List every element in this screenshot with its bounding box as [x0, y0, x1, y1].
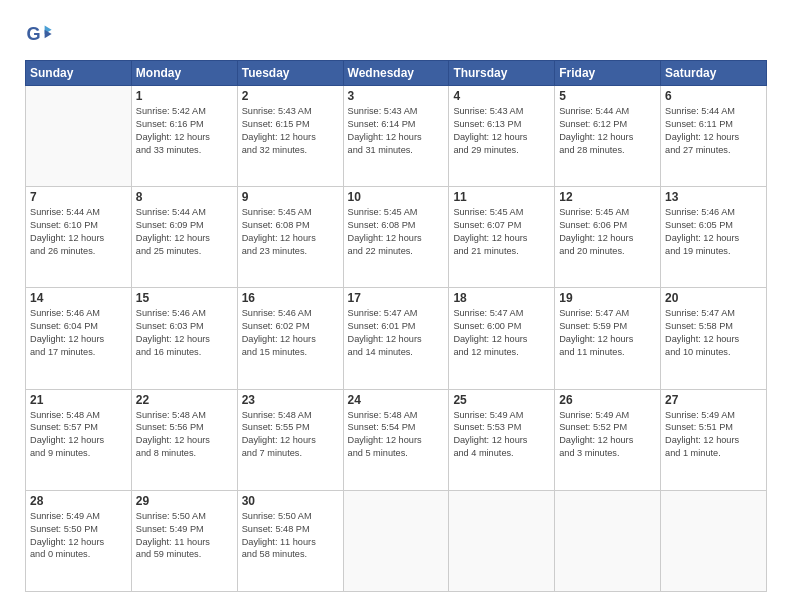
day-number: 1	[136, 89, 233, 103]
day-info: Sunrise: 5:42 AMSunset: 6:16 PMDaylight:…	[136, 105, 233, 157]
calendar-cell: 7Sunrise: 5:44 AMSunset: 6:10 PMDaylight…	[26, 187, 132, 288]
calendar-cell: 14Sunrise: 5:46 AMSunset: 6:04 PMDayligh…	[26, 288, 132, 389]
calendar-cell: 22Sunrise: 5:48 AMSunset: 5:56 PMDayligh…	[131, 389, 237, 490]
day-info: Sunrise: 5:45 AMSunset: 6:06 PMDaylight:…	[559, 206, 656, 258]
svg-text:G: G	[26, 24, 40, 44]
day-number: 27	[665, 393, 762, 407]
calendar-cell: 5Sunrise: 5:44 AMSunset: 6:12 PMDaylight…	[555, 86, 661, 187]
calendar-cell: 12Sunrise: 5:45 AMSunset: 6:06 PMDayligh…	[555, 187, 661, 288]
header-cell-thursday: Thursday	[449, 61, 555, 86]
calendar-cell: 20Sunrise: 5:47 AMSunset: 5:58 PMDayligh…	[661, 288, 767, 389]
day-info: Sunrise: 5:43 AMSunset: 6:15 PMDaylight:…	[242, 105, 339, 157]
day-info: Sunrise: 5:46 AMSunset: 6:03 PMDaylight:…	[136, 307, 233, 359]
calendar-cell	[661, 490, 767, 591]
day-number: 13	[665, 190, 762, 204]
day-info: Sunrise: 5:49 AMSunset: 5:53 PMDaylight:…	[453, 409, 550, 461]
day-info: Sunrise: 5:47 AMSunset: 6:00 PMDaylight:…	[453, 307, 550, 359]
calendar-cell: 15Sunrise: 5:46 AMSunset: 6:03 PMDayligh…	[131, 288, 237, 389]
calendar-cell: 18Sunrise: 5:47 AMSunset: 6:00 PMDayligh…	[449, 288, 555, 389]
calendar-cell: 10Sunrise: 5:45 AMSunset: 6:08 PMDayligh…	[343, 187, 449, 288]
calendar-row: 1Sunrise: 5:42 AMSunset: 6:16 PMDaylight…	[26, 86, 767, 187]
calendar-cell: 8Sunrise: 5:44 AMSunset: 6:09 PMDaylight…	[131, 187, 237, 288]
day-number: 22	[136, 393, 233, 407]
day-info: Sunrise: 5:46 AMSunset: 6:04 PMDaylight:…	[30, 307, 127, 359]
calendar-cell: 2Sunrise: 5:43 AMSunset: 6:15 PMDaylight…	[237, 86, 343, 187]
day-number: 29	[136, 494, 233, 508]
calendar-cell: 26Sunrise: 5:49 AMSunset: 5:52 PMDayligh…	[555, 389, 661, 490]
day-number: 8	[136, 190, 233, 204]
day-number: 6	[665, 89, 762, 103]
day-info: Sunrise: 5:45 AMSunset: 6:07 PMDaylight:…	[453, 206, 550, 258]
day-number: 30	[242, 494, 339, 508]
calendar-cell	[449, 490, 555, 591]
day-info: Sunrise: 5:45 AMSunset: 6:08 PMDaylight:…	[242, 206, 339, 258]
day-number: 20	[665, 291, 762, 305]
calendar-cell: 23Sunrise: 5:48 AMSunset: 5:55 PMDayligh…	[237, 389, 343, 490]
day-info: Sunrise: 5:48 AMSunset: 5:55 PMDaylight:…	[242, 409, 339, 461]
day-number: 10	[348, 190, 445, 204]
calendar-row: 14Sunrise: 5:46 AMSunset: 6:04 PMDayligh…	[26, 288, 767, 389]
day-number: 25	[453, 393, 550, 407]
day-info: Sunrise: 5:43 AMSunset: 6:14 PMDaylight:…	[348, 105, 445, 157]
day-info: Sunrise: 5:46 AMSunset: 6:02 PMDaylight:…	[242, 307, 339, 359]
calendar-cell	[26, 86, 132, 187]
day-info: Sunrise: 5:44 AMSunset: 6:09 PMDaylight:…	[136, 206, 233, 258]
calendar-cell: 13Sunrise: 5:46 AMSunset: 6:05 PMDayligh…	[661, 187, 767, 288]
day-number: 28	[30, 494, 127, 508]
day-info: Sunrise: 5:50 AMSunset: 5:49 PMDaylight:…	[136, 510, 233, 562]
header-cell-sunday: Sunday	[26, 61, 132, 86]
day-number: 26	[559, 393, 656, 407]
header-cell-tuesday: Tuesday	[237, 61, 343, 86]
day-info: Sunrise: 5:47 AMSunset: 5:58 PMDaylight:…	[665, 307, 762, 359]
logo: G	[25, 20, 57, 48]
calendar-cell: 1Sunrise: 5:42 AMSunset: 6:16 PMDaylight…	[131, 86, 237, 187]
day-number: 11	[453, 190, 550, 204]
header: G	[25, 20, 767, 48]
day-number: 23	[242, 393, 339, 407]
calendar-cell	[343, 490, 449, 591]
calendar-cell: 16Sunrise: 5:46 AMSunset: 6:02 PMDayligh…	[237, 288, 343, 389]
day-number: 17	[348, 291, 445, 305]
day-info: Sunrise: 5:48 AMSunset: 5:57 PMDaylight:…	[30, 409, 127, 461]
day-number: 4	[453, 89, 550, 103]
day-info: Sunrise: 5:46 AMSunset: 6:05 PMDaylight:…	[665, 206, 762, 258]
calendar-cell: 29Sunrise: 5:50 AMSunset: 5:49 PMDayligh…	[131, 490, 237, 591]
day-number: 19	[559, 291, 656, 305]
day-info: Sunrise: 5:47 AMSunset: 5:59 PMDaylight:…	[559, 307, 656, 359]
day-number: 7	[30, 190, 127, 204]
calendar-cell: 25Sunrise: 5:49 AMSunset: 5:53 PMDayligh…	[449, 389, 555, 490]
header-cell-wednesday: Wednesday	[343, 61, 449, 86]
calendar-cell: 19Sunrise: 5:47 AMSunset: 5:59 PMDayligh…	[555, 288, 661, 389]
calendar-cell: 11Sunrise: 5:45 AMSunset: 6:07 PMDayligh…	[449, 187, 555, 288]
day-info: Sunrise: 5:49 AMSunset: 5:52 PMDaylight:…	[559, 409, 656, 461]
day-info: Sunrise: 5:45 AMSunset: 6:08 PMDaylight:…	[348, 206, 445, 258]
day-number: 18	[453, 291, 550, 305]
calendar-cell: 4Sunrise: 5:43 AMSunset: 6:13 PMDaylight…	[449, 86, 555, 187]
day-info: Sunrise: 5:43 AMSunset: 6:13 PMDaylight:…	[453, 105, 550, 157]
day-info: Sunrise: 5:44 AMSunset: 6:10 PMDaylight:…	[30, 206, 127, 258]
calendar-cell: 28Sunrise: 5:49 AMSunset: 5:50 PMDayligh…	[26, 490, 132, 591]
day-number: 12	[559, 190, 656, 204]
day-info: Sunrise: 5:48 AMSunset: 5:56 PMDaylight:…	[136, 409, 233, 461]
day-number: 5	[559, 89, 656, 103]
calendar-cell: 30Sunrise: 5:50 AMSunset: 5:48 PMDayligh…	[237, 490, 343, 591]
header-cell-monday: Monday	[131, 61, 237, 86]
calendar-row: 7Sunrise: 5:44 AMSunset: 6:10 PMDaylight…	[26, 187, 767, 288]
day-info: Sunrise: 5:44 AMSunset: 6:12 PMDaylight:…	[559, 105, 656, 157]
logo-icon: G	[25, 20, 53, 48]
day-number: 9	[242, 190, 339, 204]
day-info: Sunrise: 5:50 AMSunset: 5:48 PMDaylight:…	[242, 510, 339, 562]
day-number: 16	[242, 291, 339, 305]
calendar-cell: 3Sunrise: 5:43 AMSunset: 6:14 PMDaylight…	[343, 86, 449, 187]
calendar-cell: 24Sunrise: 5:48 AMSunset: 5:54 PMDayligh…	[343, 389, 449, 490]
header-cell-friday: Friday	[555, 61, 661, 86]
day-info: Sunrise: 5:47 AMSunset: 6:01 PMDaylight:…	[348, 307, 445, 359]
calendar-table: SundayMondayTuesdayWednesdayThursdayFrid…	[25, 60, 767, 592]
day-number: 21	[30, 393, 127, 407]
calendar-cell: 6Sunrise: 5:44 AMSunset: 6:11 PMDaylight…	[661, 86, 767, 187]
day-number: 24	[348, 393, 445, 407]
day-number: 2	[242, 89, 339, 103]
calendar-cell: 27Sunrise: 5:49 AMSunset: 5:51 PMDayligh…	[661, 389, 767, 490]
header-cell-saturday: Saturday	[661, 61, 767, 86]
page: G SundayMondayTuesdayWednesdayThursdayFr…	[0, 0, 792, 612]
